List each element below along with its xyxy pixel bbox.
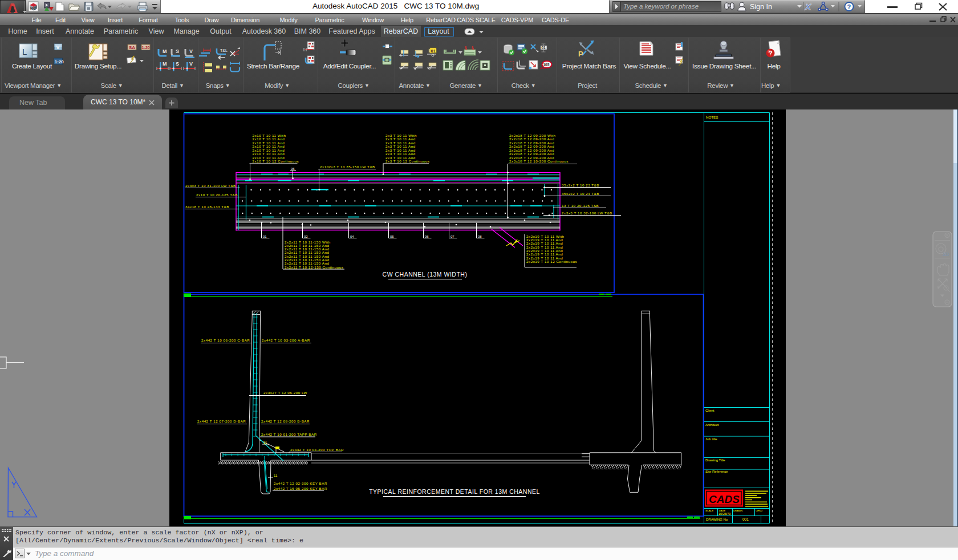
svg-text:2x442 T 10 04-200 TOP BAR: 2x442 T 10 04-200 TOP BAR [290, 448, 344, 452]
svg-text:DRAWN: DRAWN [733, 509, 742, 512]
svg-text:2x3x18 T 12 10-200 Continuous: 2x3x18 T 12 10-200 Continuous [509, 159, 569, 163]
svg-text:08: 08 [478, 235, 482, 238]
svg-text:2x3x3 T 10 32-100 LW T&B: 2x3x3 T 10 32-100 LW T&B [562, 211, 612, 215]
svg-text:07: 07 [450, 235, 454, 238]
svg-text:P: P [578, 50, 583, 58]
svg-text:CADS: CADS [709, 493, 740, 505]
svg-text:DRAWING No: DRAWING No [706, 518, 728, 521]
svg-text:04: 04 [350, 235, 354, 238]
svg-text:10/23/70: 10/23/70 [718, 512, 730, 516]
svg-text:Sign In: Sign In [750, 3, 772, 11]
svg-text:001: 001 [742, 517, 749, 521]
svg-text:X: X [805, 2, 811, 11]
svg-text:2x442 T 10 06-200 C-BAR: 2x442 T 10 06-200 C-BAR [201, 338, 250, 342]
svg-text:11: 11 [263, 441, 267, 444]
svg-text:CHKD: CHKD [756, 509, 762, 512]
svg-text:2x442 T 10 03-200 A-BAR: 2x442 T 10 03-200 A-BAR [262, 338, 310, 342]
svg-text:2x442 T 10 01-200 TAPP BAR: 2x442 T 10 01-200 TAPP BAR [261, 432, 317, 436]
svg-text:35x2x2 T 10 24 T&B: 35x2x2 T 10 24 T&B [562, 192, 599, 196]
svg-text:2D: 2D [943, 251, 949, 257]
svg-text:2x442 T 12 07-200 D-BAR: 2x442 T 12 07-200 D-BAR [197, 419, 246, 423]
svg-text:S: S [176, 61, 179, 67]
svg-text:Drawing Title: Drawing Title [705, 458, 725, 462]
svg-text:06: 06 [291, 167, 295, 171]
svg-text:V: V [189, 48, 193, 54]
svg-text:02: 02 [304, 235, 308, 238]
svg-text:M: M [163, 48, 167, 54]
svg-text:M: M [163, 61, 167, 67]
svg-text:01: 01 [263, 235, 267, 238]
svg-text:2x442 T 12 08-200 B-BAR: 2x442 T 12 08-200 B-BAR [261, 419, 310, 423]
svg-text:2x442 T 12 02-300 KEY BAR: 2x442 T 12 02-300 KEY BAR [274, 481, 327, 485]
svg-text:35x2x2 T 10 23 T&B: 35x2x2 T 10 23 T&B [562, 183, 599, 187]
svg-text:T&L: T&L [220, 48, 228, 52]
svg-text:34x18 T 10 28-133 T&B: 34x18 T 10 28-133 T&B [185, 205, 229, 209]
svg-text:2x3x3 T 10 31-100 LW T&B: 2x3x3 T 10 31-100 LW T&B [185, 184, 236, 188]
svg-text:1:20: 1:20 [142, 46, 150, 50]
svg-text:2x3 T 10 12 Continuous: 2x3 T 10 12 Continuous [385, 159, 430, 163]
svg-text:2x102x3 T 10 35-150 LW T&B: 2x102x3 T 10 35-150 LW T&B [320, 165, 375, 169]
svg-text:SA: SA [129, 45, 135, 50]
svg-text:S: S [176, 48, 179, 54]
svg-text:2x2x11 T 10 12-150 Continuous: 2x2x11 T 10 12-150 Continuous [285, 265, 343, 269]
svg-text:2x10 T 10 12 Continuous: 2x10 T 10 12 Continuous [253, 159, 299, 163]
svg-text:SCALE: SCALE [705, 509, 713, 512]
svg-text:V: V [56, 44, 60, 50]
svg-text:CW CHANNEL (13M WIDTH): CW CHANNEL (13M WIDTH) [383, 271, 468, 278]
svg-text:TYPICAL REINFORCEMENT DETAIL F: TYPICAL REINFORCEMENT DETAIL FOR 13M CHA… [369, 488, 540, 495]
svg-text:11: 11 [274, 474, 278, 477]
svg-text:06: 06 [425, 235, 429, 238]
svg-text:RC: RC [30, 6, 36, 10]
svg-text:2x10 T 10 20-125 T&B: 2x10 T 10 20-125 T&B [196, 193, 238, 197]
svg-text:NOTES: NOTES [706, 115, 718, 119]
svg-text:2x2x19 T 10 12 Continuous: 2x2x19 T 10 12 Continuous [526, 259, 577, 263]
svg-text:2x3x27 T 12 06-200 LW: 2x3x27 T 12 06-200 LW [263, 391, 307, 395]
svg-text:V: V [189, 61, 193, 67]
svg-text:105: 105 [543, 63, 550, 67]
svg-text:?: ? [769, 50, 773, 56]
svg-text:05: 05 [390, 235, 394, 238]
svg-text:Site Reference: Site Reference [705, 470, 728, 473]
svg-text:13 T 10 20-125 T&B: 13 T 10 20-125 T&B [562, 204, 599, 208]
svg-text:?: ? [847, 3, 851, 10]
svg-text:1:20: 1:20 [55, 59, 64, 64]
svg-text:Client: Client [705, 409, 715, 412]
svg-text:2x442 T 16 05-200 KEY BAR: 2x442 T 16 05-200 KEY BAR [274, 486, 327, 490]
svg-text:01: 01 [542, 46, 546, 50]
svg-text:L: L [22, 47, 27, 56]
svg-text:Architect: Architect [705, 423, 719, 427]
svg-text:Job title: Job title [705, 437, 717, 441]
svg-text:01: 01 [431, 48, 436, 54]
